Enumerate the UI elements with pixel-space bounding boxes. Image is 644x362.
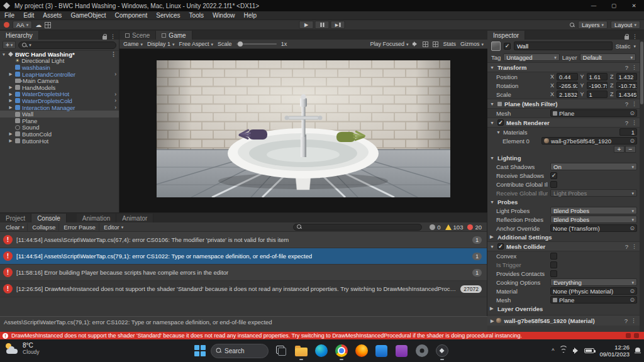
firefox-button[interactable] xyxy=(353,341,369,360)
material-object-field[interactable]: wall-g7be58f545_1920 ⊙ xyxy=(541,137,637,145)
remove-material-button[interactable]: − xyxy=(625,146,636,153)
battery-icon[interactable] xyxy=(584,348,594,353)
tab-inspector[interactable]: Inspector xyxy=(487,31,525,40)
render-target-dropdown[interactable]: Game ▾ xyxy=(123,41,143,47)
kebab-menu-icon[interactable]: ⋮ xyxy=(631,64,637,70)
layers-dropdown[interactable]: Layers ▾ xyxy=(578,21,608,29)
weather-widget[interactable]: 8°C Cloudy xyxy=(5,342,39,355)
game-viewport[interactable] xyxy=(119,49,487,212)
maximize-button[interactable]: ▢ xyxy=(604,0,624,11)
mesh-object-field[interactable]: Plane ⊙ xyxy=(550,109,637,117)
position-x-field[interactable]: 0.44 xyxy=(557,73,577,80)
pause-button[interactable] xyxy=(315,21,330,29)
help-icon[interactable]: ? xyxy=(625,64,628,71)
cast-shadows-dropdown[interactable]: On ▾ xyxy=(550,163,637,170)
kebab-menu-icon[interactable]: ⋮ xyxy=(631,119,637,126)
console-entry[interactable]: ! [11:44:54] Assets\Script\WaterTap.cs(6… xyxy=(0,232,487,248)
materials-count-field[interactable]: 1 xyxy=(619,128,637,136)
prefab-open-chevron[interactable]: › xyxy=(114,71,116,77)
inspector-scrollbar[interactable] xyxy=(640,40,644,332)
physic-material-field[interactable]: None (Physic Material) ⊙ xyxy=(550,287,637,295)
edge-button[interactable] xyxy=(313,341,329,360)
mute-audio-icon[interactable] xyxy=(413,41,418,47)
foldout-open-icon[interactable]: ▼ xyxy=(496,130,501,134)
gizmos-dropdown[interactable]: Gizmos ▾ xyxy=(460,41,484,47)
taskbar-search[interactable]: Search xyxy=(211,344,269,358)
add-material-button[interactable]: + xyxy=(614,146,625,153)
mesh-renderer-header[interactable]: ▼ ✓ Mesh Renderer ? ⋮ xyxy=(487,118,640,128)
object-picker-icon[interactable]: ⊙ xyxy=(630,288,635,294)
chevron-down-icon[interactable]: ▾ xyxy=(633,44,636,48)
file-explorer-button[interactable] xyxy=(293,341,309,360)
chrome-button[interactable] xyxy=(333,341,349,360)
prefab-open-chevron[interactable]: › xyxy=(114,91,116,97)
kebab-menu-icon[interactable]: ⋮ xyxy=(631,317,636,324)
help-icon[interactable]: ? xyxy=(625,317,628,324)
transform-header[interactable]: ▼ Transform ? ⋮ xyxy=(487,62,640,72)
stats-button[interactable]: Stats xyxy=(443,41,456,47)
console-detail-pane[interactable]: Assets\Script\WaterTap.cs(79,1): error C… xyxy=(0,316,487,332)
search-icon[interactable] xyxy=(570,23,575,28)
menu-file[interactable]: File xyxy=(0,12,19,19)
kebab-menu-icon[interactable]: ⋮ xyxy=(110,33,116,40)
prefab-open-chevron[interactable]: › xyxy=(114,97,116,104)
kebab-menu-icon[interactable]: ⋮ xyxy=(631,101,637,107)
hierarchy-item[interactable]: Sound xyxy=(0,124,119,131)
mesh-filter-header[interactable]: ▼ Plane (Mesh Filter) ? ⋮ xyxy=(487,99,640,109)
tab-animator[interactable]: Animator xyxy=(116,214,153,222)
foldout-open-icon[interactable]: ▼ xyxy=(490,121,495,125)
mesh-collider-header[interactable]: ▼ ✓ Mesh Collider ? ⋮ xyxy=(487,241,640,251)
tab-hierarchy[interactable]: Hierarchy xyxy=(0,31,39,40)
hierarchy-item[interactable]: ▶ ButtonCold xyxy=(0,131,119,138)
menu-tools[interactable]: Tools xyxy=(185,12,208,19)
console-search-input[interactable] xyxy=(293,224,422,231)
close-button[interactable]: ✕ xyxy=(624,0,644,11)
scrollbar-thumb[interactable] xyxy=(640,41,643,104)
foldout-closed-icon[interactable]: ▶ xyxy=(8,92,13,97)
account-dropdown[interactable]: AA ▾ xyxy=(13,21,32,29)
step-button[interactable]: ▶ xyxy=(331,21,345,29)
reflection-probes-dropdown[interactable]: Blend Probes ▾ xyxy=(550,216,637,223)
foldout-closed-icon[interactable]: ▶ xyxy=(8,138,13,143)
tab-project[interactable]: Project xyxy=(0,214,31,222)
active-checkbox[interactable]: ✓ xyxy=(504,43,511,50)
material-section-header[interactable]: ▶ wall-g7be58f545_1920 (Material) ? ⋮ xyxy=(487,315,640,326)
kebab-menu-icon[interactable]: ⋮ xyxy=(631,243,637,250)
layer-dropdown[interactable]: Default ▾ xyxy=(580,53,636,61)
error-count[interactable]: 20 xyxy=(467,224,482,231)
menu-edit[interactable]: Edit xyxy=(19,12,38,19)
object-picker-icon[interactable]: ⊙ xyxy=(630,297,635,303)
hierarchy-item[interactable]: ▶ WaterDropletsHot › xyxy=(0,91,119,98)
metrics-icon[interactable] xyxy=(433,41,438,47)
vsync-icon[interactable] xyxy=(423,41,428,47)
services-grid-icon[interactable] xyxy=(45,22,51,28)
prefab-open-chevron[interactable]: › xyxy=(114,104,116,111)
slider-knob[interactable] xyxy=(238,41,243,47)
add-object-button[interactable]: + ▾ xyxy=(3,41,16,49)
console-entry[interactable]: ! [11:58:16] Error building Player becau… xyxy=(0,265,487,281)
position-z-field[interactable]: 1.432 xyxy=(616,73,637,80)
tab-scene[interactable]: Scene xyxy=(119,31,156,40)
error-pause-toggle[interactable]: Error Pause xyxy=(60,223,99,231)
visual-studio-button[interactable] xyxy=(394,341,409,360)
additional-settings-foldout[interactable]: ▶ Additional Settings xyxy=(487,233,640,241)
object-picker-icon[interactable]: ⊙ xyxy=(630,110,635,116)
tab-game[interactable]: Game xyxy=(156,31,192,40)
gameobject-icon[interactable] xyxy=(491,41,501,51)
materials-row[interactable]: ▼ Materials 1 xyxy=(487,128,640,136)
play-button[interactable]: ▶ xyxy=(299,21,314,29)
rotation-y-field[interactable]: -190.75 xyxy=(587,82,608,89)
warning-count[interactable]: 103 xyxy=(445,224,464,231)
play-focused-dropdown[interactable]: Play Focused ▾ xyxy=(370,41,408,47)
foldout-closed-icon[interactable]: ▶ xyxy=(8,131,13,136)
rotation-z-field[interactable]: -10.731 xyxy=(616,82,637,89)
component-enabled-checkbox[interactable]: ✓ xyxy=(497,119,504,126)
probes-foldout[interactable]: ▼ Probes xyxy=(487,197,640,206)
menu-window[interactable]: Window xyxy=(208,12,240,19)
hierarchy-search-input[interactable]: ▾ xyxy=(18,41,116,49)
cloud-icon[interactable]: ☁ xyxy=(35,22,42,28)
foldout-closed-icon[interactable]: ▶ xyxy=(8,98,13,103)
editor-status-bar[interactable]: ! DrawMeshInstanced does not support the… xyxy=(0,332,644,339)
cooking-options-dropdown[interactable]: Everything ▾ xyxy=(550,278,637,286)
hierarchy-item[interactable]: ▶ LeapHandController › xyxy=(0,71,119,78)
